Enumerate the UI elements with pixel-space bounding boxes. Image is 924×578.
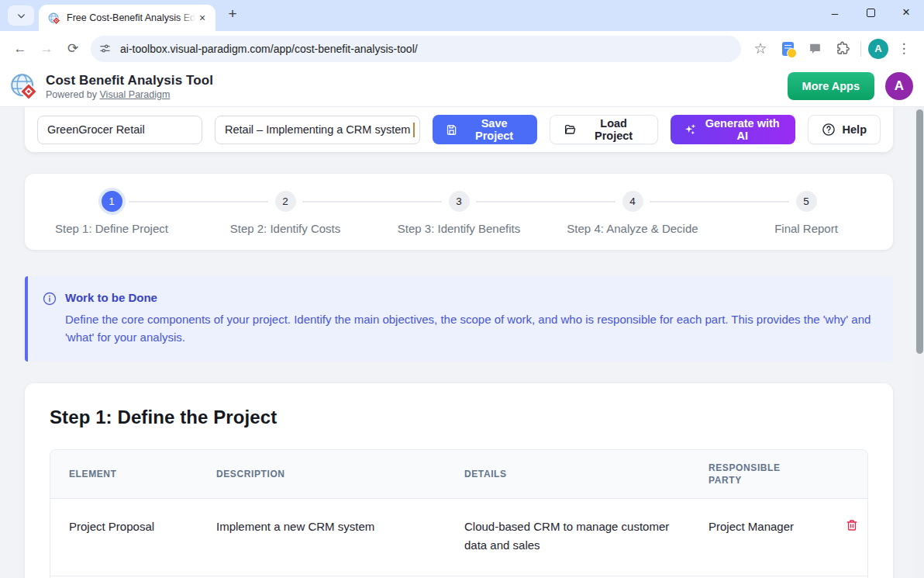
column-header-element: Element [50,450,198,499]
window-controls: – × [817,0,924,25]
step-5-circle: 5 [796,191,817,212]
browser-titlebar: Free Cost-Benefit Analysis Edito × + – × [0,0,924,31]
document-download-icon [782,42,794,56]
new-tab-button[interactable]: + [222,3,243,25]
app-title: Cost Benefit Analysis Tool [46,73,213,88]
sparkles-icon [684,123,696,137]
feedback-icon[interactable] [803,37,826,61]
user-avatar[interactable]: A [885,72,913,100]
toolbar-divider [860,41,861,57]
cell-element: Project Proposal [50,499,198,576]
step-1-label: Step 1: Define Project [25,222,198,235]
toolbar-right-icons: ☆ A ⋮ [749,37,917,61]
load-project-button[interactable]: Load Project [550,115,657,144]
scrollbar-thumb[interactable] [916,109,923,354]
app-header: Cost Benefit Analysis Tool Powered by Vi… [0,66,924,107]
help-label: Help [843,123,867,136]
page-scrollbar[interactable] [915,107,924,578]
column-header-responsible-party: Responsible Party [690,450,826,499]
puzzle-icon [835,41,850,56]
app-title-block: Cost Benefit Analysis Tool Powered by Vi… [46,73,213,100]
tune-icon [99,43,111,54]
step-4-circle: 4 [622,191,643,212]
step-2-identify-costs[interactable]: 2 Step 2: Identify Costs [198,191,372,250]
callout-text-block: Work to be Done Define the core componen… [65,291,874,346]
callout-title: Work to be Done [65,291,874,304]
powered-by: Powered by Visual Paradigm [46,89,213,100]
address-bar[interactable]: ai-toolbox.visual-paradigm.com/app/cost-… [91,36,741,62]
load-project-label: Load Project [583,117,643,142]
delete-row-button[interactable] [844,517,860,535]
extensions-button[interactable] [830,37,853,61]
step1-heading: Step 1: Define the Project [50,407,868,428]
cell-details: Cloud-based CRM to manage customer data … [446,499,690,576]
step-1-define-project[interactable]: 1 Step 1: Define Project [25,191,198,250]
browser-menu-button[interactable]: ⋮ [892,37,915,61]
step-2-label: Step 2: Identify Costs [198,222,372,235]
column-header-actions [826,450,868,499]
site-settings-button[interactable] [95,39,115,59]
cell-responsible: Project Manager [690,499,826,576]
step-5-final-report[interactable]: 5 Final Report [719,191,893,250]
cell-actions [826,499,868,576]
table-header-row: Element Description Details Responsible … [50,450,868,499]
tab-search-button[interactable] [8,5,34,26]
project-description-wrap [215,116,420,144]
stepper: 1 Step 1: Define Project 2 Step 2: Ident… [25,174,893,250]
step-4-analyze-decide[interactable]: 4 Step 4: Analyze & Decide [546,191,719,250]
project-elements-table: Element Description Details Responsible … [50,449,868,578]
save-project-label: Save Project [464,117,525,142]
extension-blue-icon[interactable] [776,37,799,61]
step-3-identify-benefits[interactable]: 3 Step 3: Identify Benefits [372,191,546,250]
save-icon [446,123,457,137]
help-button[interactable]: Help [808,115,881,144]
page-content: Save Project Load Project Generate with … [0,107,924,578]
browser-toolbar: ← → ⟳ ai-toolbox.visual-paradigm.com/app… [0,31,924,66]
maximize-icon [867,9,875,17]
back-button[interactable]: ← [7,36,33,62]
forward-button[interactable]: → [33,36,60,62]
folder-open-icon [564,123,576,137]
close-window-button[interactable]: × [888,0,924,25]
browser-window: Free Cost-Benefit Analysis Edito × + – ×… [0,0,924,578]
maximize-button[interactable] [853,0,888,25]
url-text: ai-toolbox.visual-paradigm.com/app/cost-… [120,43,418,55]
generate-with-ai-label: Generate with AI [703,117,782,142]
cell-description: Implement a new CRM system [198,499,446,576]
table-row: Project Proposal Implement a new CRM sys… [50,499,868,576]
step-1-circle: 1 [102,191,122,212]
visual-paradigm-link[interactable]: Visual Paradigm [100,89,171,100]
project-name-input[interactable] [37,116,202,144]
chat-bubble-icon [808,42,822,55]
step-4-label: Step 4: Analyze & Decide [546,222,719,235]
tab-title: Free Cost-Benefit Analysis Edito [67,12,195,23]
step-2-circle: 2 [275,191,296,212]
browser-profile-avatar[interactable]: A [868,39,888,59]
info-icon [43,292,57,306]
step-5-label: Final Report [719,222,893,235]
bookmark-star-icon[interactable]: ☆ [749,37,772,61]
powered-by-text: Powered by [46,89,97,100]
column-header-description: Description [198,450,446,499]
minimize-button[interactable]: – [817,0,853,25]
step-3-circle: 3 [449,191,470,212]
help-circle-icon [822,123,836,137]
generate-with-ai-button[interactable]: Generate with AI [671,115,795,144]
step1-card: Step 1: Define the Project Element Descr… [25,383,893,578]
column-header-details: Details [446,450,690,499]
project-toolbar-card: Save Project Load Project Generate with … [25,107,893,152]
trash-icon [846,519,858,531]
save-project-button[interactable]: Save Project [433,115,538,144]
browser-tab[interactable]: Free Cost-Benefit Analysis Edito × [39,5,215,31]
work-to-be-done-callout: Work to be Done Define the core componen… [25,276,893,362]
chevron-down-icon [16,11,26,21]
text-caret [413,123,415,137]
more-apps-button[interactable]: More Apps [788,72,874,100]
callout-body: Define the core components of your proje… [65,311,874,346]
step-3-label: Step 3: Identify Benefits [372,222,546,235]
site-favicon [47,12,60,25]
project-description-input[interactable] [215,116,420,144]
tab-close-icon[interactable]: × [195,11,209,25]
reload-button[interactable]: ⟳ [60,36,86,62]
app-logo [9,72,38,101]
